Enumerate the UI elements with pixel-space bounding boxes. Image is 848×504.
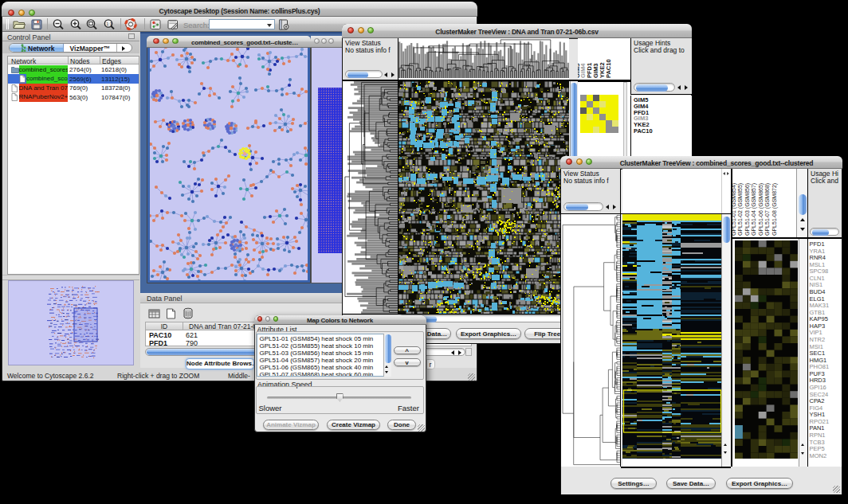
svg-text:1:1: 1:1 [106, 21, 112, 26]
